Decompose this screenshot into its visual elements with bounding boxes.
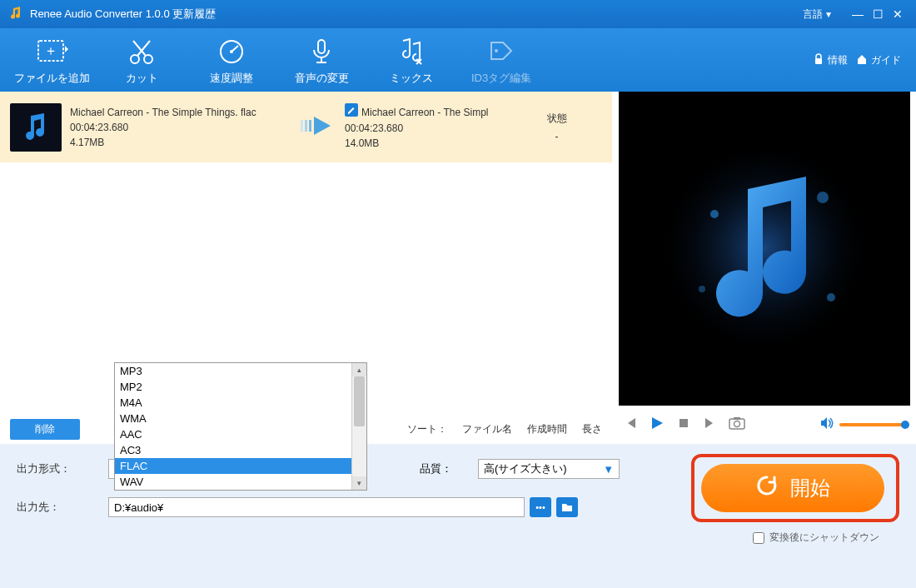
- start-button[interactable]: 開始: [701, 464, 884, 512]
- toolbar-voice[interactable]: 音声の変更: [276, 34, 366, 86]
- svg-point-3: [144, 55, 152, 63]
- refresh-icon: [755, 474, 779, 502]
- lock-icon: [813, 53, 824, 67]
- svg-point-7: [495, 49, 498, 52]
- preview-canvas: [619, 92, 910, 406]
- scroll-up-icon[interactable]: ▴: [352, 363, 366, 376]
- svg-rect-11: [309, 120, 311, 132]
- add-file-icon: ＋: [7, 34, 97, 69]
- sort-by-name[interactable]: ファイル名: [462, 422, 512, 436]
- scrollbar-thumb[interactable]: [354, 376, 365, 426]
- prev-button[interactable]: [622, 416, 639, 433]
- scroll-down-icon[interactable]: ▾: [352, 476, 366, 490]
- svg-rect-8: [815, 58, 822, 64]
- svg-point-16: [827, 293, 835, 301]
- shutdown-checkbox[interactable]: [753, 532, 764, 544]
- sort-controls: ソート： ファイル名 作成時間 長さ: [407, 422, 602, 436]
- svg-point-14: [710, 210, 719, 218]
- output-duration: 00:04:23.680: [345, 121, 511, 136]
- delete-button[interactable]: 削除: [10, 419, 80, 440]
- format-option[interactable]: WAV: [115, 474, 366, 490]
- start-highlight-box: 開始: [691, 454, 899, 522]
- mix-icon: [366, 34, 456, 69]
- app-logo-icon: [8, 6, 23, 23]
- svg-point-13: [656, 139, 873, 356]
- input-file-info: Michael Carreon - The Simple Things. fla…: [70, 105, 295, 150]
- sort-by-length[interactable]: 長さ: [582, 422, 602, 436]
- preview-panel: [612, 92, 916, 444]
- music-note-artwork: [656, 139, 873, 359]
- svg-point-15: [817, 192, 829, 203]
- format-option[interactable]: AAC: [115, 426, 366, 442]
- toolbar-mix[interactable]: ミックス: [366, 34, 456, 86]
- toolbar-add-file[interactable]: ＋ ファイルを追加: [7, 34, 97, 86]
- svg-point-2: [131, 55, 139, 63]
- status-column: 状態 -: [511, 112, 602, 142]
- start-area: 開始 変換後にシャットダウン: [691, 454, 899, 545]
- format-option[interactable]: AC3: [115, 442, 366, 458]
- preview-controls: [612, 406, 916, 444]
- play-button[interactable]: [649, 416, 665, 434]
- edit-icon[interactable]: [345, 103, 358, 121]
- chevron-down-icon: ▾: [826, 8, 831, 20]
- format-label: 出力形式：: [17, 461, 108, 476]
- home-icon: [856, 53, 868, 67]
- main-toolbar: ＋ ファイルを追加 カット 速度調整 音声の変更 ミックス ID3タグ編集: [0, 28, 916, 92]
- scrollbar[interactable]: ▴ ▾: [351, 363, 366, 490]
- input-filename: Michael Carreon - The Simple Things. fla…: [70, 105, 295, 120]
- guide-link[interactable]: ガイド: [856, 53, 901, 67]
- sort-by-time[interactable]: 作成時間: [527, 422, 567, 436]
- svg-text:＋: ＋: [44, 43, 57, 57]
- file-thumbnail: [10, 103, 62, 152]
- volume-knob[interactable]: [901, 421, 909, 429]
- format-option[interactable]: MP2: [115, 379, 366, 395]
- speed-icon: [187, 34, 276, 69]
- snapshot-button[interactable]: [729, 416, 745, 433]
- svg-rect-10: [305, 120, 307, 132]
- format-option[interactable]: M4A: [115, 395, 366, 411]
- quality-select[interactable]: 高(サイズ大きい) ▼: [478, 459, 620, 479]
- titlebar: Renee Audio Converter 1.0.0 更新履歴 言語 ▾ — …: [0, 0, 916, 28]
- volume-slider[interactable]: [839, 423, 906, 426]
- volume-icon: [819, 416, 834, 433]
- cut-icon: [97, 34, 187, 69]
- input-duration: 00:04:23.680: [70, 120, 295, 135]
- toolbar-cut[interactable]: カット: [97, 34, 187, 86]
- quality-label: 品質：: [420, 461, 478, 476]
- shutdown-option[interactable]: 変換後にシャットダウン: [691, 531, 899, 545]
- svg-point-5: [230, 50, 233, 53]
- svg-point-17: [699, 286, 705, 292]
- microphone-icon: [276, 34, 366, 69]
- dest-browse-button[interactable]: [556, 497, 578, 517]
- toolbar-speed[interactable]: 速度調整: [187, 34, 276, 86]
- language-dropdown[interactable]: 言語 ▾: [803, 7, 831, 22]
- input-size: 4.17MB: [70, 135, 295, 150]
- dest-more-button[interactable]: •••: [530, 497, 551, 517]
- output-filename: Michael Carreon - The Simpl: [361, 105, 489, 120]
- volume-control[interactable]: [819, 416, 906, 433]
- format-option[interactable]: WMA: [115, 411, 366, 426]
- svg-rect-6: [318, 40, 325, 53]
- convert-arrow-icon: [295, 113, 345, 141]
- app-title: Renee Audio Converter 1.0.0 更新履歴: [30, 7, 803, 22]
- tag-icon: [456, 34, 546, 69]
- toolbar-id3: ID3タグ編集: [456, 34, 546, 86]
- output-size: 14.0MB: [345, 136, 511, 151]
- format-option[interactable]: MP3: [115, 363, 366, 379]
- minimize-button[interactable]: —: [848, 7, 868, 21]
- info-link[interactable]: 情報: [813, 53, 848, 67]
- maximize-button[interactable]: ☐: [868, 7, 888, 21]
- chevron-down-icon: ▼: [603, 463, 614, 476]
- next-button[interactable]: [702, 416, 719, 433]
- close-button[interactable]: ✕: [888, 7, 908, 21]
- svg-rect-21: [734, 417, 740, 420]
- svg-rect-9: [301, 120, 303, 132]
- dest-path-field[interactable]: D:¥audio¥: [108, 497, 525, 517]
- file-row[interactable]: Michael Carreon - The Simple Things. fla…: [0, 92, 612, 162]
- svg-point-20: [734, 421, 740, 427]
- stop-button[interactable]: [675, 417, 692, 432]
- dest-label: 出力先：: [17, 500, 108, 515]
- format-option-selected[interactable]: FLAC: [115, 458, 366, 474]
- format-dropdown-list[interactable]: MP3 MP2 M4A WMA AAC AC3 FLAC WAV ▴ ▾: [114, 362, 367, 491]
- output-file-info: Michael Carreon - The Simpl 00:04:23.680…: [345, 103, 511, 151]
